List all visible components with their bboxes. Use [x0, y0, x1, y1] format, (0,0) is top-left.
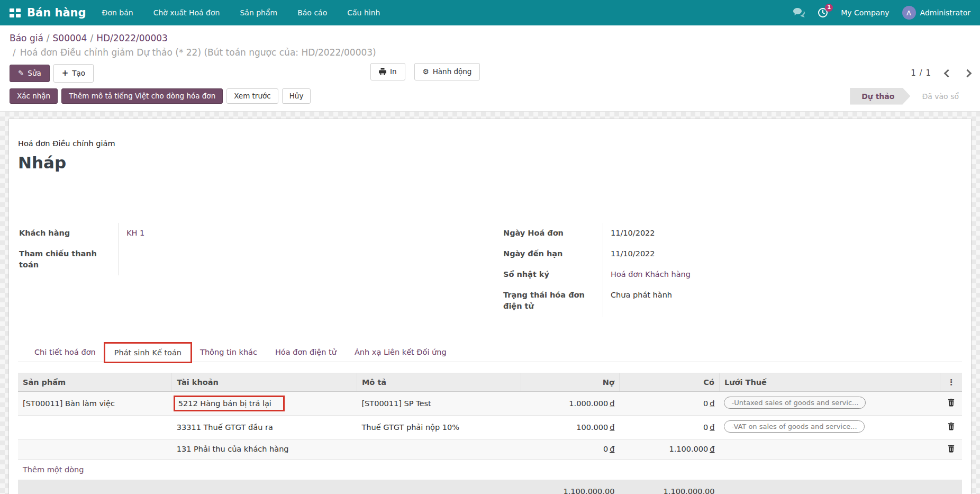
table-header-row: Sản phẩm Tài khoản Mô tả Nợ Có Lưới Thuế…: [18, 373, 962, 391]
document-type-label: Hoá đơn Điều chỉnh giảm: [18, 139, 962, 148]
currency-symbol: đ: [608, 399, 614, 408]
cell-debit[interactable]: 1.000.000đ: [521, 391, 620, 415]
right-field-group: Ngày Hoá đơn 11/10/2022 Ngày đến hạn 11/…: [502, 223, 962, 317]
cell-tax-grid: -Untaxed sales of goods and servic...: [719, 391, 940, 415]
add-line-link[interactable]: Thêm một dòng: [18, 459, 962, 480]
tax-grid-tag[interactable]: -VAT on sales of goods and service...: [724, 420, 864, 433]
column-header-product[interactable]: Sản phẩm: [18, 373, 172, 391]
action-button-label: Hành động: [433, 68, 472, 76]
column-header-account[interactable]: Tài khoản: [172, 373, 357, 391]
pager-count: 1 / 1: [911, 68, 931, 78]
breadcrumb-link-s00004[interactable]: S00004: [53, 33, 87, 43]
user-menu[interactable]: A Administrator: [902, 6, 970, 20]
currency-symbol: đ: [608, 423, 614, 432]
tab-anh-xa-lien-ket-doi-ung[interactable]: Ánh xạ Liên kết Đối ứng: [346, 343, 456, 362]
field-value-so-nhat-ky[interactable]: Hoá đơn Khách hàng: [603, 264, 962, 285]
breadcrumb-current-title: Hoá đơn Điều chỉnh giảm Dự thảo (* 22) (…: [20, 47, 376, 58]
cell-debit[interactable]: 100.000đ: [521, 415, 620, 439]
tax-grid-tag[interactable]: -Untaxed sales of goods and servic...: [724, 397, 866, 409]
breadcrumb: Báo giá/S00004/HD/2022/00003 /Hoá đơn Đi…: [0, 25, 980, 59]
table-row[interactable]: [ST00011] Bàn làm việc 5212 Hàng bán bị …: [18, 391, 962, 415]
currency-symbol: đ: [708, 399, 714, 408]
add-line-row: Thêm một dòng: [18, 459, 962, 480]
table-row[interactable]: 33311 Thuế GTGT đầu ra Thuế GTGT phải nộ…: [18, 415, 962, 439]
state-posted[interactable]: Đã vào sổ: [910, 88, 970, 105]
journal-items-table: Sản phẩm Tài khoản Mô tả Nợ Có Lưới Thuế…: [18, 373, 962, 494]
debit-amount: 100.000: [576, 423, 608, 432]
cell-account-value[interactable]: 5212 Hàng bán bị trả lại: [178, 399, 271, 408]
apps-menu-icon[interactable]: [10, 8, 21, 17]
column-header-description[interactable]: Mô tả: [357, 373, 521, 391]
field-label-ngay-den-han: Ngày đến hạn: [502, 244, 603, 264]
trash-icon[interactable]: [947, 444, 955, 453]
cell-credit[interactable]: 0đ: [619, 415, 719, 439]
app-title[interactable]: Bán hàng: [27, 6, 86, 19]
menu-don-ban[interactable]: Đơn bán: [102, 8, 133, 17]
credit-amount: 1.100.000: [669, 445, 708, 453]
state-draft[interactable]: Dự thảo: [850, 88, 910, 105]
field-value-trang-thai-hoa-don-dien-tu[interactable]: Chưa phát hành: [603, 285, 962, 317]
cell-credit[interactable]: 1.100.000đ: [619, 439, 719, 459]
column-header-debit[interactable]: Nợ: [521, 373, 620, 391]
menu-san-pham[interactable]: Sản phẩm: [240, 8, 277, 17]
breadcrumb-separator: /: [13, 47, 20, 58]
breadcrumb-link-hd-2022-00003[interactable]: HD/2022/00003: [96, 33, 168, 43]
edit-button[interactable]: ✎ Sửa: [10, 65, 50, 82]
breadcrumb-link-bao-gia[interactable]: Báo giá: [10, 33, 43, 43]
action-button[interactable]: ⚙ Hành động: [414, 63, 480, 80]
cancel-button[interactable]: Hủy: [282, 88, 311, 104]
tab-phat-sinh-ke-toan[interactable]: Phát sinh Kế toán: [105, 343, 191, 362]
create-button[interactable]: + Tạo: [53, 64, 94, 83]
cell-product[interactable]: [18, 415, 172, 439]
table-row[interactable]: 131 Phải thu của khách hàng 0đ 1.100.000…: [18, 439, 962, 459]
cell-description[interactable]: [357, 439, 521, 459]
pager-next-button[interactable]: [964, 69, 972, 77]
activities-clock-icon[interactable]: 1: [818, 7, 828, 18]
company-switcher[interactable]: My Company: [841, 8, 889, 17]
add-vietnamese-description-button[interactable]: Thêm mô tả tiếng Việt cho dòng hóa đơn: [61, 88, 223, 104]
messages-icon[interactable]: [793, 8, 805, 17]
tab-hoa-don-dien-tu[interactable]: Hóa đơn điện tử: [266, 343, 346, 362]
column-header-tax-grid[interactable]: Lưới Thuế: [719, 373, 940, 391]
statusbar: Xác nhận Thêm mô tả tiếng Việt cho dòng …: [0, 88, 980, 112]
menu-cau-hinh[interactable]: Cấu hình: [347, 8, 380, 17]
control-panel: ✎ Sửa + Tạo In ⚙ Hành động 1 / 1: [0, 59, 980, 88]
cell-product[interactable]: [18, 439, 172, 459]
field-value-ngay-hoa-don[interactable]: 11/10/2022: [603, 223, 962, 244]
cell-credit[interactable]: 0đ: [619, 391, 719, 415]
totals-row: 1.100.000,00 1.100.000,00: [18, 480, 962, 494]
print-button-label: In: [390, 68, 397, 76]
cell-account: 5212 Hàng bán bị trả lại: [172, 391, 357, 415]
confirm-button[interactable]: Xác nhận: [10, 88, 58, 104]
kebab-icon[interactable]: ⋮: [945, 378, 957, 387]
tab-thong-tin-khac[interactable]: Thông tin khác: [191, 343, 266, 362]
pager-previous-button[interactable]: [944, 69, 952, 77]
field-value-ngay-den-han[interactable]: 11/10/2022: [603, 244, 962, 264]
credit-amount: 0: [703, 399, 708, 408]
cell-account[interactable]: 131 Phải thu của khách hàng: [172, 439, 357, 459]
print-button[interactable]: In: [370, 63, 405, 80]
cell-product[interactable]: [ST00011] Bàn làm việc: [18, 391, 172, 415]
pencil-icon: ✎: [18, 69, 24, 77]
column-header-credit[interactable]: Có: [619, 373, 719, 391]
currency-symbol: đ: [708, 445, 714, 453]
cell-debit[interactable]: 0đ: [521, 439, 620, 459]
cell-account[interactable]: 33311 Thuế GTGT đầu ra: [172, 415, 357, 439]
plus-icon: +: [62, 69, 69, 78]
cell-description[interactable]: [ST00011] SP Test: [357, 391, 521, 415]
user-avatar: A: [902, 6, 916, 20]
preview-button[interactable]: Xem trước: [226, 88, 278, 104]
cell-description[interactable]: Thuế GTGT phải nộp 10%: [357, 415, 521, 439]
field-label-tham-chieu-thanh-toan: Tham chiếu thanh toán: [18, 244, 119, 275]
top-navbar: Bán hàng Đơn bán Chờ xuất Hoá đơn Sản ph…: [0, 0, 980, 25]
center-buttons: In ⚙ Hành động: [370, 63, 480, 80]
field-groups: Khách hàng KH 1 Tham chiếu thanh toán Ng…: [18, 223, 962, 317]
trash-icon[interactable]: [947, 422, 955, 430]
field-value-tham-chieu-thanh-toan[interactable]: [119, 244, 478, 275]
tab-chi-tiet-hoa-don[interactable]: Chi tiết hoá đơn: [25, 343, 105, 362]
cell-tax-grid: -VAT on sales of goods and service...: [719, 415, 940, 439]
field-value-khach-hang[interactable]: KH 1: [119, 223, 478, 244]
menu-cho-xuat-hoa-don[interactable]: Chờ xuất Hoá đơn: [153, 8, 220, 17]
menu-bao-cao[interactable]: Báo cáo: [297, 8, 327, 17]
trash-icon[interactable]: [947, 398, 955, 407]
